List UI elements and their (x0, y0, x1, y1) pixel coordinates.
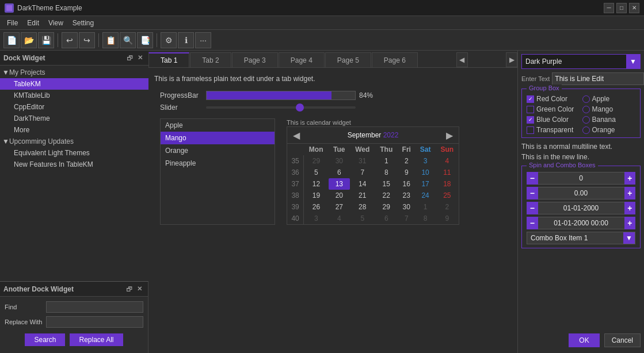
tree-item-cppeditor[interactable]: CppEditor (0, 101, 148, 113)
toolbar-copy[interactable]: 📋 (102, 32, 119, 48)
cal-day-selected[interactable]: 13 (329, 178, 350, 190)
menu-view[interactable]: View (44, 18, 68, 28)
spinbox-3-plus[interactable]: + (624, 202, 636, 214)
radio-banana-input[interactable] (582, 116, 590, 124)
list-item-pineapple[interactable]: Pineapple (161, 157, 275, 170)
tab-next-button[interactable]: ▶ (506, 52, 517, 67)
radio-orange-input[interactable] (582, 126, 590, 134)
toolbar-open[interactable]: 📂 (21, 32, 37, 48)
checkbox-transparent[interactable] (527, 126, 534, 134)
cal-day[interactable]: 5 (350, 213, 375, 224)
cal-day[interactable]: 21 (350, 190, 375, 201)
cal-day[interactable]: 7 (350, 167, 375, 178)
cal-day[interactable]: 31 (350, 155, 375, 167)
spinbox-2-minus[interactable]: − (527, 187, 538, 199)
cal-day[interactable]: 1 (375, 155, 398, 167)
toolbar-settings[interactable]: ⚙ (161, 32, 177, 48)
spinbox-2[interactable] (538, 187, 624, 199)
minimize-button[interactable]: ─ (604, 3, 614, 13)
find-input[interactable] (46, 301, 143, 313)
cal-day[interactable]: 7 (398, 213, 416, 224)
toolbar-more[interactable]: ··· (195, 32, 211, 48)
slider-track[interactable] (206, 106, 356, 109)
toolbar-save[interactable]: 💾 (38, 32, 54, 48)
radio-mango[interactable]: Mango (582, 105, 636, 113)
radio-apple-input[interactable] (582, 95, 590, 103)
cal-day-sun[interactable]: 18 (436, 178, 459, 190)
cal-day[interactable]: 28 (350, 201, 375, 213)
radio-orange[interactable]: Orange (582, 126, 636, 134)
tab-page-6[interactable]: Page 6 (372, 52, 418, 67)
tab-1[interactable]: Tab 1 (148, 52, 189, 67)
cal-day[interactable]: 9 (398, 167, 416, 178)
list-item-mango[interactable]: Mango (161, 132, 275, 144)
tab-page-3[interactable]: Page 3 (232, 52, 278, 67)
calendar-next-button[interactable]: ▶ (444, 129, 455, 141)
cal-day-sun[interactable]: 2 (436, 201, 459, 213)
cal-day[interactable]: 3 (304, 213, 329, 224)
cal-day[interactable]: 20 (329, 190, 350, 201)
menu-edit[interactable]: Edit (22, 18, 44, 28)
slider-thumb[interactable] (296, 103, 304, 112)
check-red[interactable]: Red Color (527, 95, 580, 103)
cal-day-sat[interactable]: 3 (416, 155, 436, 167)
cal-day-sat[interactable]: 10 (416, 167, 436, 178)
close-button[interactable]: ✕ (629, 3, 639, 13)
radio-banana[interactable]: Banana (582, 116, 636, 124)
menu-file[interactable]: File (2, 18, 22, 28)
spin-combo[interactable]: Combo Box Item 1 ▼ (527, 232, 635, 244)
toolbar-new[interactable]: 📄 (3, 32, 20, 48)
another-dock-close-btn[interactable]: ✕ (134, 284, 144, 294)
toolbar-undo[interactable]: ↩ (62, 32, 78, 48)
cal-day[interactable]: 5 (304, 167, 329, 178)
theme-combo[interactable]: Dark Purple ▼ (521, 54, 641, 69)
tree-item-kmtablelib[interactable]: KMTableLib (0, 90, 148, 101)
spin-combo-arrow[interactable]: ▼ (623, 232, 635, 244)
cal-day-sat[interactable]: 8 (416, 213, 436, 224)
cal-day[interactable]: 19 (304, 190, 329, 201)
cal-day[interactable]: 16 (398, 178, 416, 190)
cal-day-sun[interactable]: 25 (436, 190, 459, 201)
dock-restore-button[interactable]: 🗗 (124, 53, 135, 63)
checkbox-blue[interactable] (527, 116, 534, 124)
spinbox-1[interactable] (538, 172, 624, 185)
spinbox-3[interactable] (538, 202, 624, 214)
cal-day[interactable]: 27 (329, 201, 350, 213)
spinbox-4-minus[interactable]: − (527, 217, 538, 229)
menu-setting[interactable]: Setting (68, 18, 98, 28)
cal-day[interactable]: 2 (398, 155, 416, 167)
cal-day[interactable]: 26 (304, 201, 329, 213)
toolbar-redo[interactable]: ↪ (79, 32, 95, 48)
tab-page-5[interactable]: Page 5 (325, 52, 371, 67)
tree-item-darktheme[interactable]: DarkTheme (0, 113, 148, 124)
cancel-button[interactable]: Cancel (604, 333, 641, 347)
cal-day[interactable]: 12 (304, 178, 329, 190)
spinbox-1-plus[interactable]: + (624, 172, 636, 185)
spinbox-2-plus[interactable]: + (624, 187, 636, 199)
cal-day[interactable]: 22 (375, 190, 398, 201)
spinbox-3-minus[interactable]: − (527, 202, 538, 214)
toolbar-info[interactable]: ℹ (178, 32, 194, 48)
checkbox-red[interactable] (527, 95, 534, 103)
cal-day[interactable]: 29 (375, 201, 398, 213)
cal-day-sun[interactable]: 4 (436, 155, 459, 167)
calendar-prev-button[interactable]: ◀ (291, 129, 302, 141)
tab-page-4[interactable]: Page 4 (279, 52, 325, 67)
cal-day-sat[interactable]: 24 (416, 190, 436, 201)
replace-all-button[interactable]: Replace All (70, 333, 123, 346)
cal-day-sun[interactable]: 11 (436, 167, 459, 178)
cal-day[interactable]: 30 (398, 201, 416, 213)
checkbox-green[interactable] (527, 106, 534, 113)
check-green[interactable]: Green Color (527, 105, 580, 113)
tab-2[interactable]: Tab 2 (190, 52, 231, 67)
replace-input[interactable] (46, 316, 143, 328)
toolbar-paste[interactable]: 📑 (137, 32, 153, 48)
tree-item-new-features[interactable]: New Features In TableKM (0, 159, 148, 170)
cal-day-sat[interactable]: 17 (416, 178, 436, 190)
cal-day[interactable]: 6 (375, 213, 398, 224)
tab-prev-button[interactable]: ◀ (456, 52, 468, 67)
line-edit[interactable] (552, 72, 644, 85)
tree-item-more[interactable]: More (0, 124, 148, 136)
spinbox-1-minus[interactable]: − (527, 172, 538, 185)
ok-button[interactable]: OK (569, 333, 599, 347)
